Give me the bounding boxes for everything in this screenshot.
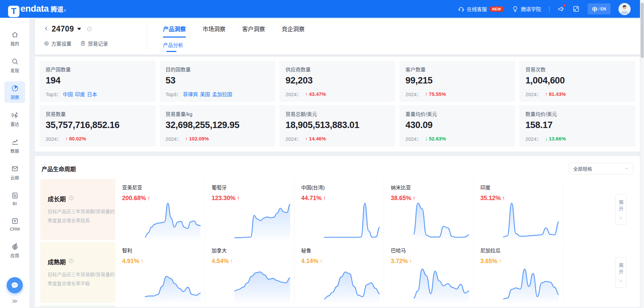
sidebar-item-radar[interactable]: 雷达 [4, 108, 25, 130]
announcements-button[interactable] [557, 5, 565, 12]
trend-sparkline [234, 200, 290, 239]
stat-change: 13.66% [549, 136, 566, 141]
sidebar-item-cloudmail[interactable]: 云邮 [4, 162, 25, 183]
stat-change: 102.09% [189, 136, 209, 141]
subtab-product-analysis[interactable]: 产品分析 [163, 41, 183, 55]
main-content: 24709 方案设置 贸易记录 产品洞察 市场洞察 客户洞察 竞企洞察 [30, 18, 640, 308]
info-icon[interactable] [87, 26, 92, 32]
expand-button[interactable]: 展开 [615, 257, 627, 288]
stat-change: 14.46% [309, 136, 326, 141]
expand-icon [573, 5, 580, 12]
country-name: 葡萄牙 [212, 184, 294, 191]
sidebar-item-data[interactable]: 数据 [4, 135, 25, 157]
stage-name: 成长期 [48, 194, 66, 203]
lifecycle-cell[interactable]: 纳米比亚 38.65%↑ [384, 179, 474, 240]
top3-link[interactable]: 印度 [75, 90, 85, 98]
up-arrow-icon: ↑ [425, 91, 428, 97]
tab-product-insight[interactable]: 产品洞察 [163, 24, 186, 38]
vertical-scrollbar[interactable] [640, 0, 644, 308]
sidebar-item-bi[interactable]: BI [4, 189, 25, 209]
lifecycle-cell[interactable]: 尼加拉瓜 3.65%↑ [474, 242, 563, 303]
stat-year: 2024： [166, 135, 182, 142]
bi-report-icon [11, 192, 19, 199]
trade-records-button[interactable]: 贸易记录 [80, 40, 108, 47]
brand-name-cn: 腾道 [51, 4, 63, 13]
up-arrow-icon: ↑ [545, 91, 548, 97]
trend-sparkline [145, 263, 201, 302]
country-name: 巴哈马 [391, 247, 473, 254]
stat-card-trade-weight: 贸易重量/kg 32,698,255,129.95 2024： ↑ 102.09… [160, 105, 276, 147]
stat-label: 贸易数量 [46, 110, 150, 117]
user-avatar[interactable] [619, 3, 631, 15]
tab-customer-insight[interactable]: 客户洞察 [242, 24, 265, 38]
fullscreen-button[interactable] [573, 5, 580, 12]
top3-link[interactable]: 美国 [200, 90, 210, 98]
tab-market-insight[interactable]: 市场洞察 [203, 24, 225, 38]
chat-bubble-button[interactable] [7, 277, 23, 293]
tab-competitor-insight[interactable]: 竞企洞察 [282, 24, 305, 38]
sidebar-item-label: 我的 [10, 40, 19, 47]
spec-filter-select[interactable]: 全部规格 [569, 163, 633, 174]
lifecycle-cell[interactable]: 印度 35.12%↑ [474, 179, 563, 240]
info-icon[interactable] [68, 195, 74, 202]
lifecycle-cell[interactable]: 葡萄牙 123.30%↑ [205, 179, 294, 240]
insight-tabs: 产品洞察 市场洞察 客户洞察 竞企洞察 [163, 24, 305, 38]
up-arrow-icon: ↑ [230, 258, 233, 265]
lifecycle-cell[interactable]: 秘鲁 4.14%↑ [294, 242, 384, 303]
top3-link[interactable]: 菲律宾 [183, 90, 198, 98]
plan-settings-button[interactable]: 方案设置 [44, 40, 71, 47]
growth-pct: 38.65% [391, 195, 411, 202]
up-arrow-icon: ↑ [65, 136, 68, 141]
gear-icon [44, 41, 49, 46]
sidebar-item-insight[interactable]: 洞察 [4, 81, 25, 103]
plan-settings-label: 方案设置 [51, 40, 71, 47]
sidebar-item-label: 应用 [10, 252, 19, 258]
trend-sparkline [414, 263, 469, 302]
stat-change: 52.63% [429, 136, 446, 141]
academy-button[interactable]: 腾道学院 [512, 5, 541, 12]
trend-sparkline [503, 200, 559, 239]
new-badge: NEW [489, 6, 504, 12]
lightbulb-icon [512, 6, 519, 12]
lang-zh: 中 [592, 5, 597, 13]
sidebar-item-mine[interactable]: 我的 [4, 28, 25, 49]
up-arrow-icon: ↑ [141, 258, 144, 265]
online-service-button[interactable]: 在线客服 NEW [458, 5, 504, 12]
growth-pct: 4.91% [122, 258, 139, 265]
academy-label: 腾道学院 [521, 5, 541, 12]
document-icon [80, 41, 86, 46]
plan-dropdown-caret-icon[interactable] [77, 28, 81, 30]
lifecycle-cell[interactable]: 智利 4.91%↑ [115, 242, 205, 303]
stat-value: 158.17 [525, 120, 629, 130]
lifecycle-cell[interactable]: 加拿大 4.54%↑ [205, 242, 294, 303]
top3-link[interactable]: 日本 [87, 90, 97, 98]
lifecycle-cell[interactable]: 亚美尼亚 200.68%↑ [115, 179, 205, 240]
expand-button[interactable]: 展开 [615, 194, 627, 225]
sidebar-item-label: 洞察 [10, 94, 19, 100]
page-header: 24709 方案设置 贸易记录 产品洞察 市场洞察 客户洞察 竞企洞察 [35, 19, 640, 55]
country-name: 亚美尼亚 [122, 184, 205, 191]
stage-description: 目标产品近三年贸易额/贸易量的季度复合增长率平稳 [48, 270, 115, 288]
sidebar-item-label: 发现 [10, 67, 19, 73]
brand-logo[interactable]: T endata 腾道 ® [8, 3, 66, 15]
back-button[interactable] [44, 26, 49, 33]
registered-mark: ® [64, 9, 66, 12]
sidebar-item-discover[interactable]: 发现 [4, 55, 25, 76]
growth-pct: 4.54% [212, 258, 229, 265]
trend-sparkline [414, 200, 469, 239]
sidebar-item-crm[interactable]: CRM [4, 214, 25, 234]
sidebar-item-label: BI [13, 201, 17, 206]
stat-value: 194 [46, 75, 150, 86]
sidebar-collapse-button[interactable]: ≫ [12, 298, 18, 305]
scrollbar-thumb[interactable] [641, 3, 644, 58]
lifecycle-cell[interactable]: 巴哈马 3.72%↑ [384, 242, 474, 303]
stat-year: 2024： [285, 135, 302, 142]
lifecycle-cell[interactable]: 中国(台湾) 44.71%↑ [294, 179, 384, 240]
top3-link[interactable]: 中国 [63, 90, 73, 98]
up-arrow-icon: ↑ [499, 258, 502, 265]
info-icon[interactable] [68, 258, 74, 265]
top3-link[interactable]: 孟加拉国 [212, 90, 232, 98]
stat-value: 18,905,513,883.01 [285, 120, 389, 130]
language-toggle[interactable]: 中 / EN [588, 3, 610, 14]
sidebar-item-apps[interactable]: 应用 [4, 240, 25, 261]
